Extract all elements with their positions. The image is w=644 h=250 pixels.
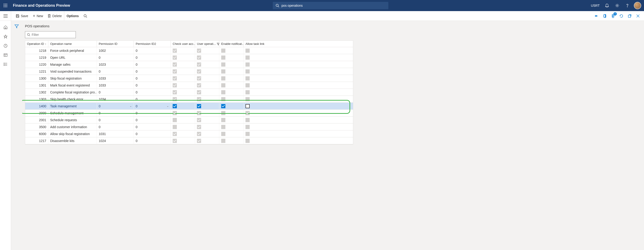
cell-allow-task	[244, 116, 268, 123]
cell-allow-task	[244, 110, 268, 116]
table-row[interactable]: 3500Add customer information00	[25, 124, 353, 130]
options-button[interactable]: Options	[64, 11, 81, 20]
cell-allow-task	[244, 68, 268, 75]
help-button[interactable]	[623, 0, 632, 11]
col-header-user-op[interactable]: User operati...	[195, 41, 219, 47]
rail-recent-button[interactable]	[1, 41, 10, 50]
checkbox[interactable]	[173, 104, 177, 108]
cell-operation-name: Void suspended transactions	[48, 68, 97, 75]
table-row[interactable]: 6000Allow skip fiscal registration10310	[25, 130, 353, 137]
table-row[interactable]: 1219Open URL00	[25, 54, 353, 61]
col-header-operation-name[interactable]: Operation name	[48, 41, 97, 47]
cell-enable-notif	[219, 82, 244, 88]
app-launcher-button[interactable]	[0, 0, 11, 11]
checkbox	[246, 125, 250, 129]
cell-enable-notif	[219, 75, 244, 82]
action-search-button[interactable]	[81, 11, 91, 20]
col-header-enable-notif[interactable]: Enable notificat...	[219, 41, 244, 47]
cell-permission-id2: 0	[134, 47, 171, 54]
cell-user-op	[195, 68, 219, 75]
col-header-permission-id2[interactable]: Permission ID2	[134, 41, 171, 47]
table-row[interactable]: 2001Schedule requests00	[25, 116, 353, 124]
cell-permission-id: 1033	[97, 75, 134, 82]
table-row[interactable]: 1301Mark fiscal event registered10330	[25, 82, 353, 89]
rail-modules-button[interactable]	[1, 60, 10, 69]
nav-toggle-button[interactable]	[0, 11, 11, 21]
svg-rect-1	[5, 4, 6, 4]
search-icon	[276, 4, 279, 8]
cell-allow-task	[244, 75, 268, 82]
save-button[interactable]: Save	[14, 11, 30, 20]
new-button[interactable]: + New	[30, 11, 46, 20]
cell-user-op	[195, 124, 219, 130]
avatar-icon	[634, 2, 641, 9]
notifications-button[interactable]	[602, 0, 612, 11]
related-apps-button[interactable]	[592, 12, 600, 20]
rail-home-button[interactable]	[1, 23, 10, 32]
grid-filter-input[interactable]	[32, 33, 74, 36]
table-row[interactable]: 1220Manage safes10230	[25, 61, 353, 68]
cell-operation-name: Task management	[48, 103, 97, 110]
table-row[interactable]: 1300Skip fiscal registration10330	[25, 75, 353, 82]
col-header-permission-id[interactable]: Permission ID	[97, 41, 134, 47]
grid-header: Operation ID ↑ Operation name Permission…	[25, 41, 353, 47]
table-row[interactable]: 1217Disassemble kits10240	[25, 137, 353, 144]
checkbox	[221, 83, 226, 88]
close-button[interactable]	[634, 12, 642, 20]
office-icon	[603, 14, 606, 18]
col-header-allow-task[interactable]: Allow task link	[244, 41, 268, 47]
grid-filter-box[interactable]	[25, 31, 76, 38]
table-row[interactable]: 2000Schedule management00	[25, 110, 353, 116]
refresh-button[interactable]	[617, 12, 626, 20]
checkbox	[246, 111, 250, 115]
save-icon	[16, 14, 20, 18]
checkbox	[246, 62, 250, 66]
svg-rect-5	[6, 5, 7, 6]
cell-permission-id2: 0	[134, 130, 171, 137]
svg-rect-6	[4, 6, 4, 7]
table-row[interactable]: 1400Task management0⌄0⌄	[25, 103, 353, 110]
checkbox	[221, 62, 226, 66]
table-row[interactable]: 1302Complete fiscal registration pro...0…	[25, 89, 353, 96]
col-header-check-user[interactable]: Check user acc...	[171, 41, 195, 47]
checkbox	[246, 76, 250, 80]
chevron-down-icon[interactable]: ⌄	[130, 104, 132, 108]
table-row[interactable]: 1218Force unlock peripheral10020	[25, 47, 353, 54]
delete-button[interactable]: Delete	[45, 11, 64, 20]
user-avatar-button[interactable]	[633, 0, 642, 11]
list-icon	[4, 62, 8, 66]
checkbox	[221, 70, 226, 74]
chevron-down-icon[interactable]: ⌄	[167, 104, 169, 108]
checkbox[interactable]	[221, 104, 226, 108]
close-icon	[636, 14, 640, 18]
cell-permission-id: 0	[97, 124, 134, 130]
filter-pane-toggle[interactable]	[14, 24, 19, 250]
table-row[interactable]: 1221Void suspended transactions00	[25, 68, 353, 75]
office-button[interactable]	[600, 12, 609, 20]
cell-operation-name: Disassemble kits	[48, 137, 97, 144]
rail-workspaces-button[interactable]	[1, 50, 10, 60]
cell-operation-name: Skip fiscal registration	[48, 75, 97, 82]
col-header-operation-id[interactable]: Operation ID ↑	[25, 41, 48, 47]
cell-user-op	[195, 61, 219, 68]
checkbox	[173, 70, 177, 74]
svg-rect-3	[4, 5, 4, 6]
star-icon	[4, 34, 8, 38]
checkbox[interactable]	[197, 104, 201, 108]
search-input[interactable]	[282, 4, 386, 8]
save-label: Save	[21, 14, 28, 18]
cell-enable-notif	[219, 137, 244, 144]
global-search[interactable]	[273, 2, 388, 9]
settings-button[interactable]	[612, 0, 622, 11]
rail-favorites-button[interactable]	[1, 32, 10, 41]
cell-check-user	[171, 47, 195, 54]
cell-operation-id: 2000	[25, 110, 48, 116]
checkbox[interactable]	[246, 104, 250, 108]
popout-button[interactable]	[626, 12, 634, 20]
cell-permission-id2: 0	[134, 54, 171, 61]
cell-allow-task	[244, 103, 268, 110]
table-row[interactable]: 1303Skip health check error10340	[25, 96, 353, 103]
cell-allow-task	[244, 96, 268, 102]
cell-check-user	[171, 130, 195, 137]
attachments-button[interactable]: 0	[609, 12, 617, 20]
